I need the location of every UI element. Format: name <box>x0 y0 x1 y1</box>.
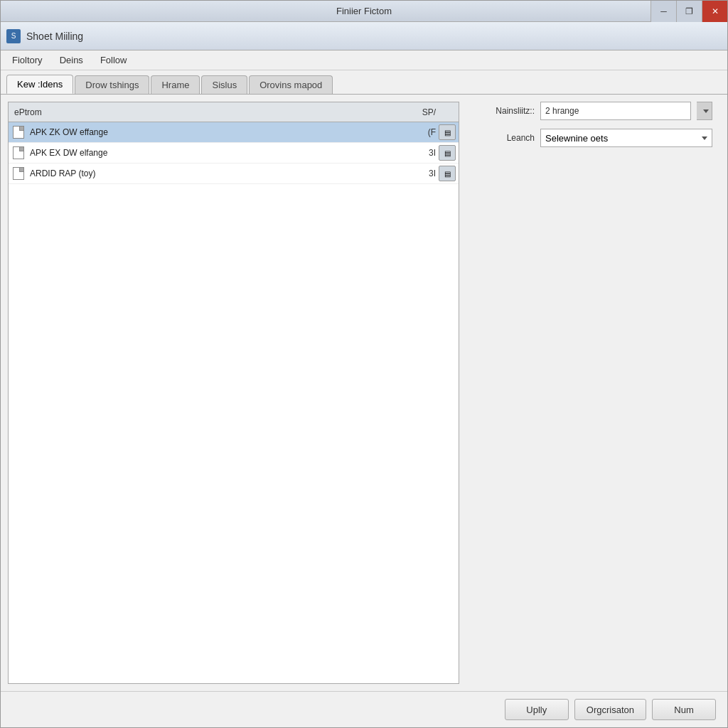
file-list-body: APK ZK OW effange (F ▤ APK EX DW elfange… <box>9 122 459 683</box>
file-action-button[interactable]: ▤ <box>439 145 456 161</box>
file-name: ARDID RAP (toy) <box>30 168 403 178</box>
file-name: APK ZK OW effange <box>30 127 403 137</box>
table-row[interactable]: APK EX DW elfange 3I ▤ <box>9 143 459 164</box>
file-icon-img <box>13 146 24 159</box>
table-row[interactable]: ARDID RAP (toy) 3I ▤ <box>9 164 459 184</box>
main-window: Finiier Fictom ─ ❐ ✕ S Shoet Miiling Fio… <box>0 0 728 728</box>
menu-follow[interactable]: Follow <box>92 52 136 68</box>
file-icon <box>11 146 26 160</box>
nainsliitz-input[interactable]: 2 hrange <box>540 102 691 120</box>
menu-deins[interactable]: Deins <box>51 52 92 68</box>
file-icon-img <box>13 167 24 180</box>
minimize-button[interactable]: ─ <box>651 1 676 22</box>
nainsliitz-value: 2 hrange <box>541 105 690 117</box>
file-sp: (F <box>403 127 439 137</box>
file-name: APK EX DW elfange <box>30 148 403 158</box>
tab-orovins-mapod[interactable]: Orovins mapod <box>249 75 333 94</box>
apply-button[interactable]: Uplly <box>505 699 569 720</box>
tab-sislus[interactable]: Sislus <box>201 75 247 94</box>
file-icon <box>11 125 26 139</box>
chevron-down-icon <box>703 109 709 113</box>
file-action-button[interactable]: ▤ <box>439 166 456 181</box>
window-controls: ─ ❐ ✕ <box>651 1 727 21</box>
organize-button[interactable]: Orgcrisaton <box>574 699 646 720</box>
app-header: S Shoet Miiling <box>1 22 727 50</box>
file-list-panel: ePtrom SP/ APK ZK OW effange (F ▤ <box>8 102 459 684</box>
menu-bar: Fioltory Deins Follow <box>1 50 727 70</box>
app-icon: S <box>6 29 21 43</box>
leanch-select[interactable]: Selewnine oets <box>540 129 712 147</box>
file-icon-img <box>13 126 24 139</box>
file-list-header: ePtrom SP/ <box>9 102 459 122</box>
file-icon <box>11 166 26 181</box>
leanch-value: Selewnine oets <box>545 133 608 144</box>
leanch-row: Leanch Selewnine oets <box>471 129 712 147</box>
col-header-sp: SP/ <box>403 105 439 120</box>
nainsliitz-row: Nainsliitz:: 2 hrange <box>471 102 712 120</box>
file-sp: 3I <box>403 168 439 178</box>
num-button[interactable]: Num <box>652 699 716 720</box>
tab-kew-idens[interactable]: Kew :Idens <box>6 75 73 94</box>
bottom-bar: Uplly Orgcrisaton Num <box>1 691 727 727</box>
menu-fioltory[interactable]: Fioltory <box>4 52 51 68</box>
nainsliitz-dropdown-arrow[interactable] <box>697 102 712 120</box>
tab-drow-tshings[interactable]: Drow tshings <box>75 75 149 94</box>
tab-bar: Kew :Idens Drow tshings Hrame Sislus Oro… <box>1 70 727 95</box>
tab-hrame[interactable]: Hrame <box>151 75 200 94</box>
app-header-title: Shoet Miiling <box>26 31 83 42</box>
right-panel: Nainsliitz:: 2 hrange Leanch Selewnine o… <box>471 102 712 684</box>
main-content: ePtrom SP/ APK ZK OW effange (F ▤ <box>1 95 727 691</box>
table-row[interactable]: APK ZK OW effange (F ▤ <box>9 122 459 143</box>
title-bar: Finiier Fictom ─ ❐ ✕ <box>1 1 727 22</box>
window-title: Finiier Fictom <box>336 6 392 16</box>
restore-button[interactable]: ❐ <box>676 1 702 22</box>
nainsliitz-label: Nainsliitz:: <box>471 106 535 116</box>
col-header-name: ePtrom <box>9 105 403 120</box>
close-button[interactable]: ✕ <box>702 1 727 22</box>
file-action-button[interactable]: ▤ <box>439 124 456 140</box>
leanch-label: Leanch <box>471 133 535 143</box>
file-sp: 3I <box>403 148 439 158</box>
chevron-down-icon <box>702 136 707 140</box>
